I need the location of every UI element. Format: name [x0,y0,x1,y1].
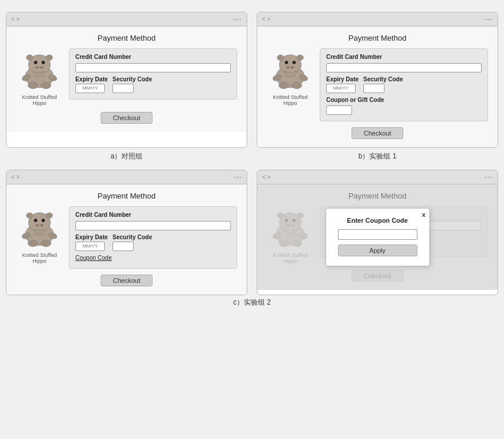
titlebar-c1: < > ⋯ [6,170,247,184]
expiry-group-b: Expiry Date [326,76,359,93]
card-number-input-c1[interactable] [75,221,231,230]
nav-arrows-c2[interactable]: < > [262,174,270,180]
expiry-group-a: Expiry Date [75,76,108,93]
expiry-label-a: Expiry Date [75,76,108,82]
panel-a-title: Payment Method [16,34,237,42]
svg-point-18 [287,67,290,69]
svg-point-17 [293,61,296,64]
checkout-button-a[interactable]: Checkout [101,112,152,124]
svg-point-23 [292,82,302,88]
form-a: Credit Card Number Expiry Date Security … [69,48,237,100]
checkout-button-b[interactable]: Checkout [352,127,403,139]
svg-point-34 [28,240,38,246]
modal-close-button[interactable]: x [422,211,425,218]
card-number-input-a[interactable] [75,63,231,72]
titlebar-b: < > ⋯ [257,12,498,27]
menu-dots-a[interactable]: ⋯ [233,15,242,24]
card-number-label-c1: Credit Card Number [75,212,231,218]
coupon-gift-input-b[interactable] [326,105,352,115]
expiry-security-row-b: Expiry Date Security Code [326,76,482,93]
svg-point-4 [34,61,38,64]
hippo-image-b [268,48,312,92]
coupon-label-b: Coupon or Gift Code [326,97,482,103]
svg-point-11 [41,82,51,88]
hippo-b: Knitted Stuffed Hippo [267,48,314,106]
svg-point-30 [36,225,39,227]
security-label-c1: Security Code [112,234,152,240]
checkout-button-c1[interactable]: Checkout [101,275,152,286]
svg-point-15 [297,55,303,60]
card-number-label-a: Credit Card Number [75,54,231,60]
expiry-input-a[interactable] [75,84,105,93]
expiry-group-c1: Expiry Date [75,234,108,251]
panel-c2-body: Payment Method [257,184,498,290]
bottom-grid: < > ⋯ Payment Method [6,170,498,295]
nav-arrows-b[interactable]: < > [262,16,270,22]
svg-point-7 [40,67,44,69]
titlebar-c2: < > ⋯ [257,170,498,184]
security-label-a: Security Code [112,76,152,82]
coupon-gift-group-b: Coupon or Gift Code [326,97,482,115]
svg-point-2 [26,55,33,60]
card-number-input-b[interactable] [326,63,482,72]
caption-c: c）实验组 2 [233,298,271,308]
hippo-image-c1 [18,206,61,250]
card-number-label-b: Credit Card Number [326,54,482,60]
svg-point-5 [42,61,45,64]
panel-c2: < > ⋯ Payment Method [257,170,498,295]
panel-c1: < > ⋯ Payment Method [6,170,247,295]
svg-point-3 [46,55,52,60]
svg-point-28 [34,219,38,222]
checkout-area-b: Checkout [267,127,488,139]
modal-title: Enter Coupon Code [338,217,417,224]
security-group-c1: Security Code [112,234,152,251]
form-c1: Credit Card Number Expiry Date Security … [69,206,237,269]
hippo-image-a [18,48,61,92]
svg-point-10 [28,82,38,88]
panel-b-content: Knitted Stuffed Hippo Credit Card Number… [267,48,488,121]
menu-dots-c2[interactable]: ⋯ [484,173,493,182]
menu-dots-c1[interactable]: ⋯ [233,173,242,182]
panel-c1-body: Payment Method [6,184,247,295]
hippo-a-label: Knitted Stuffed Hippo [16,94,63,106]
svg-point-27 [46,213,52,218]
checkout-area-c1: Checkout [16,275,237,286]
panel-c1-content: Knitted Stuffed Hippo Credit Card Number… [16,206,237,269]
svg-point-6 [36,67,39,69]
svg-point-29 [42,219,45,222]
svg-point-22 [279,82,289,88]
titlebar-a: < > ⋯ [6,12,247,27]
nav-arrows-a[interactable]: < > [11,16,19,22]
apply-button[interactable]: Apply [338,245,417,256]
panel-a: < > ⋯ Payment Method [6,12,247,148]
svg-point-26 [26,213,33,218]
hippo-b-label: Knitted Stuffed Hippo [267,94,314,106]
expiry-security-row-a: Expiry Date Security Code [75,76,231,93]
svg-point-35 [41,240,51,246]
security-group-b: Security Code [363,76,403,93]
hippo-c1: Knitted Stuffed Hippo [16,206,63,264]
svg-point-16 [285,61,289,64]
panel-c1-title: Payment Method [16,192,237,200]
expiry-input-b[interactable] [326,84,356,93]
security-input-a[interactable] [112,84,134,93]
hippo-a: Knitted Stuffed Hippo [16,48,63,106]
panel-b: < > ⋯ Payment Method [257,12,498,148]
hippo-c1-label: Knitted Stuffed Hippo [16,252,63,264]
coupon-code-input[interactable] [338,229,417,240]
panel-a-body: Payment Method [6,27,247,132]
nav-arrows-c1[interactable]: < > [11,174,19,180]
expiry-input-c1[interactable] [75,242,105,251]
svg-point-14 [277,55,284,60]
menu-dots-b[interactable]: ⋯ [484,15,493,24]
security-group-a: Security Code [112,76,152,93]
panel-a-content: Knitted Stuffed Hippo Credit Card Number… [16,48,237,106]
form-b: Credit Card Number Expiry Date Security … [320,48,488,121]
security-input-b[interactable] [363,84,384,93]
coupon-link-c1[interactable]: Coupon Code [75,255,112,261]
security-input-c1[interactable] [112,242,134,251]
expiry-label-b: Expiry Date [326,76,359,82]
checkout-area-a: Checkout [16,112,237,124]
panel-b-title: Payment Method [267,34,488,42]
svg-point-31 [40,225,44,227]
